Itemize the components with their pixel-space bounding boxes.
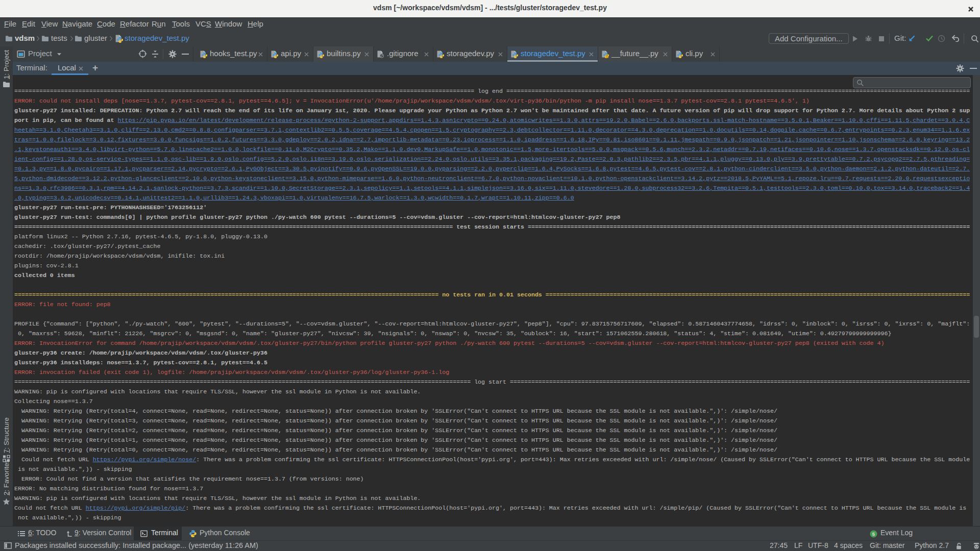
svg-text:5: 5 [872, 531, 875, 537]
